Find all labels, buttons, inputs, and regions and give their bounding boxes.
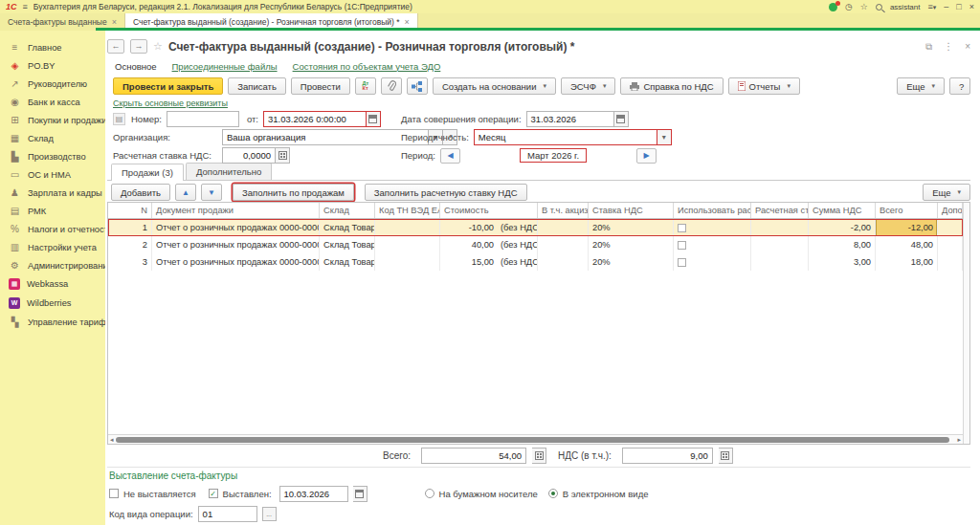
sidebar-item-production[interactable]: ▙Производство	[0, 147, 105, 165]
scrollbar-thumb[interactable]	[116, 437, 950, 443]
sidebar-item-main[interactable]: ≡Главное	[0, 38, 105, 56]
favorite-star-icon[interactable]: ☆	[153, 40, 163, 53]
sidebar-item-poby[interactable]: ◈PO.BY	[0, 56, 105, 75]
nav-edo-states[interactable]: Состояния по объектам учета ЭДО	[293, 61, 441, 72]
number-input[interactable]	[167, 111, 239, 127]
forward-button[interactable]: →	[130, 39, 147, 54]
next-period-button[interactable]: ▶	[636, 148, 657, 164]
save-button[interactable]: Записать	[228, 77, 286, 95]
use-calc-rate-checkbox[interactable]	[678, 258, 686, 267]
settings-menu-icon[interactable]: ≡▾	[928, 2, 937, 11]
sidebar-item-salary-hr[interactable]: ♟Зарплата и кадры	[0, 184, 105, 202]
document-structure-button[interactable]	[407, 77, 428, 95]
previous-period-button[interactable]: ◀	[440, 148, 460, 164]
fill-calc-vat-rate-button[interactable]: Заполнить расчетную ставку НДС	[365, 184, 527, 201]
tab-sales[interactable]: Продажи (3)	[111, 164, 184, 181]
create-based-on-button[interactable]: Создать на основании	[433, 77, 556, 95]
op-code-input[interactable]: 01	[198, 506, 257, 522]
vat-calc-rate-input[interactable]: 0,0000	[222, 147, 276, 164]
more-menu-icon[interactable]: ⋮	[944, 41, 953, 52]
calculator-icon[interactable]	[276, 147, 290, 164]
attachment-button[interactable]	[381, 77, 402, 95]
nav-attached-files[interactable]: Присоединенные файлы	[172, 61, 278, 72]
period-value[interactable]: Март 2026 г.	[520, 148, 587, 163]
get-link-icon[interactable]: ⧉	[925, 41, 932, 53]
calendar-icon[interactable]	[614, 111, 629, 127]
hide-requisites-link[interactable]: Скрыть основные реквизиты	[113, 98, 228, 108]
nav-main[interactable]: Основное	[115, 61, 157, 72]
form-more-button[interactable]: Еще	[897, 77, 945, 95]
issued-date-input[interactable]: 10.03.2026	[279, 486, 348, 502]
back-button[interactable]: ←	[107, 39, 124, 54]
vat-total-input[interactable]: 9,00	[622, 448, 713, 464]
help-button[interactable]: ?	[949, 77, 970, 95]
sidebar-item-administration[interactable]: ⚙Администрирование	[0, 256, 105, 274]
operation-date-input[interactable]: 31.03.2026	[526, 111, 614, 127]
search-icon[interactable]	[876, 4, 882, 11]
tab-close-icon[interactable]: ×	[405, 17, 410, 27]
favorites-icon[interactable]: ☆	[860, 2, 868, 11]
tab-invoice-create[interactable]: Счет-фактура выданный (создание) - Розни…	[125, 13, 418, 31]
add-row-button[interactable]: Добавить	[111, 184, 170, 201]
organization-input[interactable]: Ваша организация	[222, 129, 429, 145]
electronic-radio[interactable]	[548, 489, 558, 498]
paper-radio[interactable]	[425, 489, 434, 498]
not-issued-checkbox[interactable]	[109, 489, 119, 498]
fill-by-sales-button[interactable]: Заполнить по продажам	[233, 184, 354, 201]
tab-close-icon[interactable]: ×	[112, 17, 117, 27]
sidebar-item-bank-cash[interactable]: ◉Банк и касса	[0, 93, 105, 111]
sidebar-item-accounting-settings[interactable]: ▥Настройки учета	[0, 238, 105, 256]
calculator-icon[interactable]	[532, 448, 546, 464]
grid-more-button[interactable]: Еще	[923, 184, 970, 201]
vat-reference-button[interactable]: Справка по НДС	[620, 77, 723, 95]
chevron-down-icon[interactable]: ▾	[657, 129, 672, 145]
horizontal-scrollbar[interactable]: ◂ ▸	[108, 434, 963, 444]
sidebar-item-wildberries[interactable]: WWildberries	[0, 294, 105, 313]
number-options-icon[interactable]: ▤	[113, 113, 125, 125]
sidebar-item-fixed-assets[interactable]: ▭ОС и НМА	[0, 165, 105, 184]
calendar-icon[interactable]	[353, 486, 368, 502]
sidebar-item-tariff[interactable]: ▚Управление тарифом	[0, 313, 105, 331]
structure-icon	[412, 81, 422, 92]
issuance-heading: Выставление счета-фактуры	[109, 470, 970, 481]
vertical-scrollbar[interactable]	[963, 203, 969, 444]
use-calc-rate-checkbox[interactable]	[678, 241, 686, 250]
post-button[interactable]: Провести	[291, 77, 350, 95]
table-row[interactable]: 3 Отчет о розничных продажах 0000-000009…	[108, 253, 963, 271]
minimize-button[interactable]: –	[944, 2, 948, 11]
op-code-browse-button[interactable]: ...	[262, 507, 277, 521]
tab-invoices-list[interactable]: Счета-фактуры выданные ×	[0, 13, 125, 31]
close-window-button[interactable]: ×	[969, 2, 974, 11]
sidebar-item-warehouse[interactable]: ▦Склад	[0, 129, 105, 147]
main-menu-icon[interactable]: ≡	[23, 2, 28, 11]
sidebar-item-manager[interactable]: ↗Руководителю	[0, 75, 105, 93]
total-sum-input[interactable]: 54,00	[421, 448, 526, 464]
calculator-icon[interactable]	[719, 448, 733, 464]
selected-cell[interactable]: -12,00	[876, 219, 938, 236]
calendar-icon[interactable]	[367, 111, 381, 127]
close-form-icon[interactable]: ×	[965, 41, 970, 52]
history-icon[interactable]: ◷	[845, 2, 853, 11]
scroll-right-icon[interactable]: ▸	[957, 436, 961, 444]
notifications-icon[interactable]	[829, 3, 837, 11]
move-up-button[interactable]: ▲	[175, 184, 196, 201]
reports-button[interactable]: Отчеты	[728, 77, 800, 95]
sidebar-item-rmk[interactable]: ▤РМК	[0, 202, 105, 220]
issued-checkbox[interactable]: ✓	[209, 489, 218, 498]
move-down-button[interactable]: ▼	[201, 184, 222, 201]
use-calc-rate-checkbox[interactable]	[678, 224, 686, 232]
eschf-button[interactable]: ЭСЧФ	[561, 77, 615, 95]
sidebar-item-taxes[interactable]: %Налоги и отчетность	[0, 220, 105, 238]
table-row[interactable]: 2 Отчет о розничных продажах 0000-000006…	[108, 236, 963, 253]
assistant-label[interactable]: assistant	[890, 3, 921, 11]
tab-additional[interactable]: Дополнительно	[186, 163, 272, 180]
dt-kt-postings-button[interactable]: ДтКт	[355, 77, 376, 95]
table-row[interactable]: 1 Отчет о розничных продажах 0000-000008…	[108, 219, 963, 236]
document-date-input[interactable]: 31.03.2026 0:00:00	[263, 111, 367, 127]
sidebar-item-purchases-sales[interactable]: ⊞Покупки и продажи	[0, 111, 105, 129]
maximize-button[interactable]: □	[956, 2, 961, 11]
scroll-left-icon[interactable]: ◂	[110, 436, 114, 444]
periodicity-input[interactable]: Месяц	[474, 129, 657, 145]
post-and-close-button[interactable]: Провести и закрыть	[113, 77, 223, 95]
sidebar-item-webkassa[interactable]: ▦Webkassa	[0, 274, 105, 294]
